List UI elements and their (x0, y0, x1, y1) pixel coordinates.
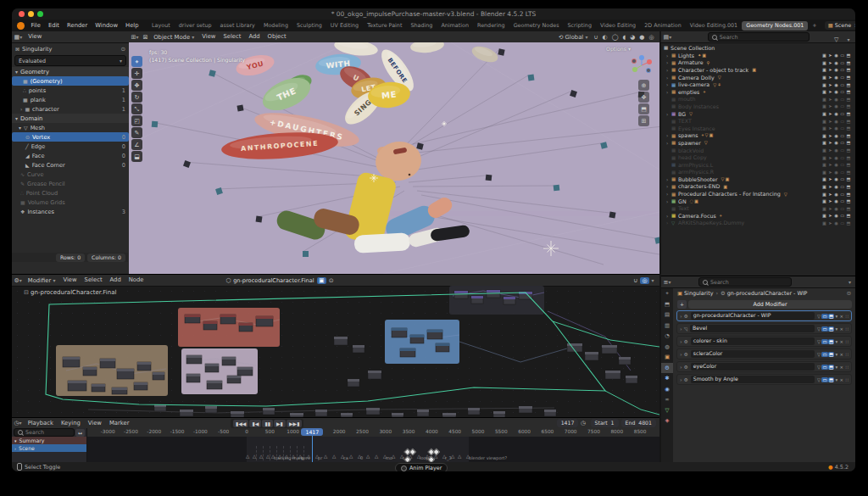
geometry-row[interactable]: ▦ (Geometry) (12, 76, 129, 86)
viewport-disable-icon[interactable]: ▭ (840, 184, 846, 189)
domain-row[interactable]: ╱ Edge0 (12, 142, 129, 151)
drag-handle-icon[interactable]: ∷ (844, 365, 849, 370)
viewlayer-tab[interactable]: ▥ (661, 320, 673, 332)
modifier-name[interactable]: colorer - skin (691, 337, 815, 345)
fake-user-icon[interactable]: ▣ (317, 277, 327, 284)
render-disable-icon[interactable]: ⬒ (847, 170, 853, 175)
outliner-item[interactable]: › ▦ Camera.Focus ⌖ ▣➤◉▭⬒ (661, 212, 855, 220)
workspace-tab[interactable]: Video Editing (596, 21, 640, 31)
render-disable-icon[interactable]: ⬒ (847, 133, 853, 138)
modifier-panel[interactable]: › ⚙ colorer - skin ▽ ▭ ⬒ ▾ × ∷ (676, 336, 852, 347)
tool-annotate[interactable]: ✎ (131, 127, 142, 138)
topbar-menu-item[interactable]: Window (92, 20, 122, 31)
drag-handle-icon[interactable]: ∷ (844, 377, 849, 382)
playback-button[interactable]: ▮◀◀ (233, 420, 249, 427)
outliner-item[interactable]: ▦ TEXT ▣➤◉▭⬒ (661, 117, 855, 125)
viewport-disable-icon[interactable]: ▭ (840, 89, 846, 94)
camera-view-icon[interactable]: ⬒ (638, 103, 649, 114)
node-canvas[interactable]: ⊟ gn-proceduralCharacter.Final (12, 286, 659, 418)
add-workspace-button[interactable]: + (808, 21, 821, 31)
delete-modifier-icon[interactable]: × (838, 314, 844, 319)
modifier-panel[interactable]: › ◹ Bevel ▽ ▭ ⬒ ▾ × ∷ (676, 323, 852, 334)
render-disable-icon[interactable]: ⬒ (847, 206, 853, 211)
viewport-disable-icon[interactable]: ▭ (840, 192, 846, 197)
render-disable-icon[interactable]: ⬒ (847, 119, 853, 124)
render-disable-icon[interactable]: ⬒ (847, 67, 853, 72)
render-disable-icon[interactable]: ⬒ (847, 140, 853, 145)
tool-cursor[interactable]: ✛ (131, 68, 142, 79)
timeline-editor[interactable]: ◷▾ PlaybackKeyingViewMarker ▮◀◀▮◀▮▮▶▮▶▶▮… (12, 417, 659, 463)
minimize-window-button[interactable] (28, 11, 34, 17)
pin-icon[interactable]: ⊙ (326, 277, 336, 284)
pin-icon[interactable]: ⊙ (120, 46, 125, 53)
current-frame-badge[interactable]: 1417 (301, 428, 323, 436)
outliner-item[interactable]: › ▦ empties ⌖ ▣➤◉▭⬒ (661, 88, 855, 96)
topbar-menu-item[interactable]: Render (64, 20, 92, 31)
viewport-disable-icon[interactable]: ▭ (840, 60, 846, 65)
render-disable-icon[interactable]: ⬒ (847, 155, 853, 160)
channel-search-input[interactable]: Search (14, 428, 75, 437)
outliner-item[interactable]: › ▦ GN ◌▣ ▣➤◉▭⬒ (661, 198, 855, 205)
nav-gizmo[interactable] (631, 54, 653, 76)
render-disable-icon[interactable]: ⬒ (847, 125, 853, 131)
drag-handle-icon[interactable]: ∷ (844, 326, 849, 332)
modifier-name[interactable]: Bevel (690, 325, 815, 332)
render-disable-icon[interactable]: ⬒ (847, 97, 853, 102)
viewport-header-icon[interactable]: ◐ (600, 34, 609, 41)
render-disable-icon[interactable]: ⬒ (847, 103, 853, 109)
workspace-tab[interactable]: 2D Animation (640, 21, 686, 31)
tool-tab[interactable]: ⌖ (661, 288, 673, 299)
outliner-item[interactable]: ▦ Eyes Instance ▣➤◉▭⬒ (661, 125, 855, 132)
node-menu-item[interactable]: Node (125, 275, 147, 286)
geometry-section-header[interactable]: ▾Geometry (12, 67, 129, 76)
spreadsheet-view-menu[interactable]: View (25, 31, 46, 42)
viewport-3d[interactable]: ⊞▾ ⊠ Object Mode ▾ ViewSelectAddObject ⟲… (129, 31, 659, 274)
geometry-row[interactable]: ▦ plank1 (12, 95, 129, 104)
viewport-disable-icon[interactable]: ▭ (840, 82, 846, 87)
workspace-tab[interactable]: UV Editing (326, 21, 363, 31)
viewport-editor-icon[interactable]: ⊞▾ (129, 34, 141, 41)
workspace-tab[interactable]: Modeling (259, 21, 292, 31)
delete-modifier-icon[interactable]: × (838, 365, 844, 370)
render-disable-icon[interactable]: ⬒ (847, 176, 853, 181)
tool-scale[interactable]: ⤡ (131, 103, 142, 114)
viewport-disable-icon[interactable]: ▭ (840, 125, 846, 131)
outliner-item[interactable]: ▦ blackVoid ▣➤◉▭⬒ (661, 147, 855, 154)
breadcrumb-modifier[interactable]: gn-proceduralCharacter - WIP (727, 290, 808, 297)
outliner-item[interactable]: › ▦ spawner ▽ ▣➤◉▭⬒ (661, 139, 855, 147)
timeline-menu-item[interactable]: Marker (105, 418, 133, 428)
modifier-extras-button[interactable]: + (677, 300, 687, 309)
viewport-disable-icon[interactable]: ▭ (840, 119, 846, 124)
properties-editor-icon[interactable]: ≡▾ (661, 279, 673, 286)
timeline-editor-icon[interactable]: ◷▾ (12, 420, 24, 426)
outliner-item[interactable]: ▦ armPhysics.R ▣➤◉▭⬒ (661, 169, 855, 176)
spreadsheet-editor-icon[interactable]: ▦▾ (12, 34, 25, 41)
realtime-toggle[interactable]: ▭ (821, 314, 827, 319)
viewport-disable-icon[interactable]: ▭ (840, 198, 846, 203)
outliner-item[interactable]: ▦ head Copy ▣➤◉▭⬒ (661, 153, 855, 161)
workspace-tab[interactable]: Rendering (473, 21, 509, 31)
render-toggle[interactable]: ⬒ (828, 314, 834, 319)
viewport-menu-item[interactable]: View (198, 31, 220, 42)
render-tab[interactable]: ⬒ (661, 299, 673, 310)
filter-icon[interactable]: ▽ (832, 36, 841, 43)
tool-measure[interactable]: ∠ (131, 139, 142, 150)
render-disable-icon[interactable]: ⬒ (847, 89, 853, 94)
breadcrumb-object[interactable]: Singularity (684, 290, 713, 297)
modifier-name[interactable]: Smooth by Angle (691, 376, 815, 383)
pan-icon[interactable]: ✥ (638, 92, 649, 103)
workspace-tab[interactable]: Scripting (564, 21, 596, 31)
topbar-menu-item[interactable]: File (27, 20, 44, 31)
render-disable-icon[interactable]: ⬒ (847, 53, 853, 58)
scene-collection-row[interactable]: ▦ Scene Collection (661, 43, 855, 52)
orientation-select[interactable]: ⟲ Global ▾ (554, 31, 592, 43)
timeline-tracks[interactable]: △△△△△tracking markers△△△△g△△pr△△△ca△△0△△… (86, 437, 659, 463)
auto-keying-icon[interactable]: ◷ (578, 420, 587, 426)
playback-button[interactable]: ▮▮ (262, 420, 273, 427)
tool-select-box[interactable]: ⌖ (131, 56, 142, 67)
render-disable-icon[interactable]: ⬒ (847, 220, 853, 226)
viewport-disable-icon[interactable]: ▭ (840, 206, 846, 211)
world-tab[interactable]: ◍ (661, 342, 673, 353)
tool-move[interactable]: ✥ (131, 80, 142, 91)
drag-handle-icon[interactable]: ∷ (844, 339, 849, 344)
